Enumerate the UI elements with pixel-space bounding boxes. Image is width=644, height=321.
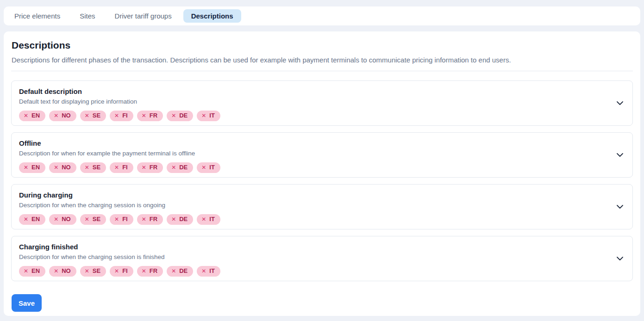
- tab-price-elements[interactable]: Price elements: [6, 9, 68, 23]
- language-tag: ✕EN: [19, 214, 45, 225]
- remove-tag-icon[interactable]: ✕: [85, 112, 89, 119]
- language-tag-row: ✕EN ✕NO ✕SE ✕FI ✕FR ✕DE ✕IT: [19, 162, 610, 173]
- expand-section-button[interactable]: [615, 98, 625, 108]
- remove-tag-icon[interactable]: ✕: [24, 216, 28, 223]
- language-tag: ✕SE: [80, 214, 106, 225]
- section-during-charging[interactable]: During charging Description for when the…: [11, 184, 633, 229]
- save-button[interactable]: Save: [12, 294, 42, 312]
- language-tag: ✕IT: [197, 214, 220, 225]
- remove-tag-icon[interactable]: ✕: [142, 267, 146, 275]
- remove-tag-icon[interactable]: ✕: [54, 112, 58, 119]
- remove-tag-icon[interactable]: ✕: [24, 164, 28, 171]
- section-title: Offline: [19, 139, 610, 148]
- remove-tag-icon[interactable]: ✕: [201, 112, 206, 119]
- divider: [11, 71, 633, 71]
- remove-tag-icon[interactable]: ✕: [171, 112, 176, 119]
- remove-tag-icon[interactable]: ✕: [142, 164, 146, 171]
- language-tag: ✕DE: [167, 266, 193, 277]
- expand-section-button[interactable]: [615, 150, 625, 160]
- expand-section-button[interactable]: [615, 253, 625, 264]
- remove-tag-icon[interactable]: ✕: [171, 267, 176, 275]
- section-charging-finished[interactable]: Charging finished Description for when t…: [11, 236, 633, 281]
- remove-tag-icon[interactable]: ✕: [142, 216, 146, 223]
- language-tag-label: IT: [209, 112, 215, 119]
- language-tag: ✕SE: [80, 162, 106, 173]
- page-subtitle: Descriptions for different phases of the…: [12, 56, 633, 65]
- expand-section-button[interactable]: [615, 202, 625, 212]
- language-tag-label: SE: [93, 267, 100, 275]
- language-tag-label: NO: [62, 164, 71, 171]
- tab-driver-tariff-groups[interactable]: Driver tariff groups: [107, 9, 180, 23]
- remove-tag-icon[interactable]: ✕: [114, 267, 119, 275]
- chevron-down-icon: [617, 205, 623, 209]
- remove-tag-icon[interactable]: ✕: [24, 267, 28, 275]
- language-tag: ✕DE: [167, 214, 193, 225]
- language-tag: ✕EN: [19, 266, 45, 277]
- remove-tag-icon[interactable]: ✕: [201, 164, 206, 171]
- language-tag-label: SE: [93, 164, 100, 171]
- remove-tag-icon[interactable]: ✕: [54, 267, 58, 275]
- tab-descriptions[interactable]: Descriptions: [183, 9, 241, 23]
- tab-sites[interactable]: Sites: [72, 9, 103, 23]
- language-tag: ✕FR: [137, 111, 163, 121]
- section-description: Default text for displaying price inform…: [19, 98, 610, 105]
- language-tag: ✕IT: [197, 266, 220, 277]
- language-tag: ✕SE: [80, 111, 106, 121]
- language-tag: ✕FR: [137, 162, 163, 173]
- language-tag: ✕SE: [80, 266, 106, 277]
- remove-tag-icon[interactable]: ✕: [85, 164, 89, 171]
- section-title: Default description: [19, 87, 610, 96]
- language-tag-label: FR: [150, 216, 157, 223]
- language-tag: ✕FR: [137, 266, 163, 277]
- language-tag-label: FI: [122, 164, 128, 171]
- remove-tag-icon[interactable]: ✕: [201, 216, 206, 223]
- language-tag-label: DE: [179, 164, 188, 171]
- page-title: Descriptions: [12, 40, 633, 51]
- remove-tag-icon[interactable]: ✕: [85, 216, 89, 223]
- language-tag: ✕NO: [49, 111, 76, 121]
- language-tag-label: IT: [209, 267, 215, 275]
- remove-tag-icon[interactable]: ✕: [85, 267, 89, 275]
- tab-bar: Price elements Sites Driver tariff group…: [4, 6, 640, 25]
- language-tag: ✕IT: [197, 162, 220, 173]
- language-tag-label: EN: [31, 112, 40, 119]
- language-tag: ✕EN: [19, 162, 45, 173]
- language-tag-label: FR: [150, 112, 157, 119]
- language-tag: ✕DE: [167, 111, 193, 121]
- language-tag-label: FI: [122, 267, 128, 275]
- language-tag-label: DE: [179, 216, 188, 223]
- remove-tag-icon[interactable]: ✕: [114, 216, 119, 223]
- language-tag: ✕FI: [110, 214, 133, 225]
- language-tag: ✕DE: [167, 162, 193, 173]
- remove-tag-icon[interactable]: ✕: [142, 112, 146, 119]
- language-tag: ✕NO: [49, 162, 76, 173]
- remove-tag-icon[interactable]: ✕: [114, 164, 119, 171]
- language-tag-label: FR: [150, 164, 157, 171]
- chevron-down-icon: [617, 101, 623, 105]
- language-tag: ✕FI: [110, 162, 133, 173]
- language-tag-label: EN: [31, 267, 40, 275]
- language-tag-label: IT: [209, 216, 215, 223]
- remove-tag-icon[interactable]: ✕: [54, 216, 58, 223]
- remove-tag-icon[interactable]: ✕: [24, 112, 28, 119]
- language-tag: ✕FI: [110, 266, 133, 277]
- chevron-down-icon: [617, 257, 623, 260]
- remove-tag-icon[interactable]: ✕: [54, 164, 58, 171]
- remove-tag-icon[interactable]: ✕: [201, 267, 206, 275]
- section-offline[interactable]: Offline Description for when for example…: [11, 132, 633, 178]
- language-tag-label: DE: [179, 267, 188, 275]
- language-tag-label: EN: [31, 164, 40, 171]
- language-tag-label: FR: [150, 267, 157, 275]
- language-tag: ✕EN: [19, 111, 45, 121]
- language-tag-label: EN: [31, 216, 40, 223]
- remove-tag-icon[interactable]: ✕: [171, 164, 176, 171]
- descriptions-panel: Descriptions Descriptions for different …: [4, 31, 640, 316]
- language-tag-label: FI: [122, 216, 128, 223]
- section-default-description[interactable]: Default description Default text for dis…: [11, 80, 633, 126]
- remove-tag-icon[interactable]: ✕: [114, 112, 119, 119]
- language-tag-label: SE: [93, 112, 100, 119]
- language-tag-label: NO: [62, 216, 71, 223]
- language-tag-row: ✕EN ✕NO ✕SE ✕FI ✕FR ✕DE ✕IT: [19, 266, 610, 277]
- language-tag-label: DE: [179, 112, 188, 119]
- remove-tag-icon[interactable]: ✕: [171, 216, 176, 223]
